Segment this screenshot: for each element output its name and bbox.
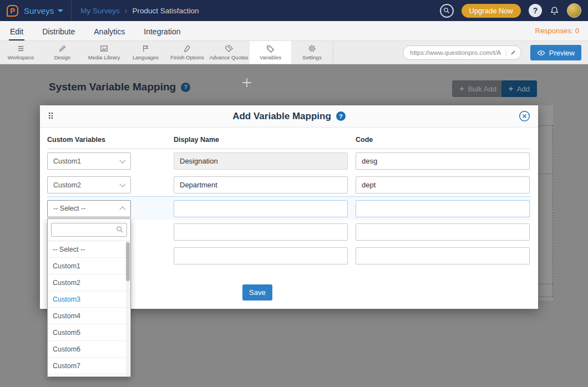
- display-name-input[interactable]: [174, 223, 348, 241]
- dropdown-option[interactable]: Custom4: [48, 308, 130, 324]
- toolbar-item-label: Media Library: [88, 54, 120, 60]
- dropdown-option-highlighted[interactable]: Custom3: [48, 291, 130, 308]
- save-button[interactable]: Save: [242, 284, 272, 301]
- dropdown-options: -- Select -- Custom1 Custom2 Custom3 Cus…: [48, 241, 130, 374]
- chevron-right-icon: ›: [125, 6, 128, 15]
- divider: [333, 41, 333, 64]
- variable-select[interactable]: Custom2: [47, 176, 131, 194]
- preview-label: Preview: [549, 49, 575, 57]
- dropdown-option[interactable]: Custom2: [48, 274, 130, 291]
- dropdown-scrollbar[interactable]: [126, 241, 130, 376]
- survey-url-input[interactable]: [410, 49, 503, 56]
- chevron-down-icon: [119, 181, 125, 187]
- selected-value: Custom1: [53, 157, 81, 165]
- toolbar-item-label: Languages: [133, 54, 159, 60]
- questionpro-logo: P: [7, 5, 18, 17]
- chevron-down-icon: [58, 9, 63, 12]
- toolbar-item-advance-quotas[interactable]: Advance Quotas: [208, 41, 250, 64]
- modal-title-wrap: Add Variable Mapping ?: [40, 111, 538, 122]
- dropdown-option[interactable]: Custom5: [48, 324, 130, 341]
- search-icon: [443, 7, 450, 14]
- code-input[interactable]: [356, 223, 530, 241]
- display-name-input[interactable]: [174, 247, 348, 264]
- mapping-row: Custom1: [47, 149, 531, 173]
- finish-options-icon: [183, 44, 191, 53]
- dropdown-option[interactable]: Custom1: [48, 258, 130, 274]
- responses-count: Responses: 0: [535, 27, 580, 40]
- tab-edit[interactable]: Edit: [9, 23, 24, 40]
- toolbar-item-label: Settings: [302, 54, 321, 60]
- settings-icon: [308, 44, 316, 53]
- surveys-product-menu[interactable]: Surveys: [24, 6, 71, 16]
- toolbar-item-languages[interactable]: Languages: [125, 41, 166, 64]
- upgrade-now-button[interactable]: Upgrade Now: [462, 4, 521, 18]
- display-name-input[interactable]: [174, 200, 348, 217]
- dropdown-option[interactable]: -- Select --: [48, 241, 130, 258]
- display-name-input[interactable]: [174, 152, 348, 170]
- chevron-down-icon: [119, 157, 125, 163]
- code-input[interactable]: [356, 247, 530, 264]
- notifications-button[interactable]: [550, 6, 559, 16]
- cursor-crosshair: [242, 78, 252, 88]
- drag-handle-icon[interactable]: ⠿: [48, 111, 54, 121]
- preview-button[interactable]: Preview: [530, 45, 581, 60]
- display-name-input[interactable]: [174, 176, 348, 194]
- mapping-row-active: -- Select --: [47, 196, 531, 220]
- variable-select[interactable]: Custom1: [47, 152, 131, 170]
- column-header-code: Code: [356, 136, 530, 144]
- breadcrumb-current-survey: Product Satisfaction: [132, 7, 199, 15]
- languages-icon: [141, 44, 150, 53]
- top-bar: P Surveys My Surveys › Product Satisfact…: [0, 0, 588, 21]
- modal-header: ⠿ Add Variable Mapping ?: [40, 105, 538, 128]
- toolbar-item-label: Finish Options: [170, 54, 204, 60]
- toolbar-item-media-library[interactable]: Media Library: [83, 41, 125, 64]
- toolbar-item-workspace[interactable]: Workspace: [0, 41, 42, 64]
- user-avatar[interactable]: [567, 3, 581, 18]
- tab-analytics[interactable]: Analytics: [93, 23, 126, 40]
- dropdown-option[interactable]: Custom6: [48, 341, 130, 358]
- main-content: System Variable Mapping ? + Bulk Add + A…: [0, 64, 588, 387]
- selected-value: Custom2: [53, 181, 81, 189]
- edit-toolbar: Workspace Design Media Library Languages…: [0, 41, 588, 64]
- toolbar-item-label: Workspace: [8, 54, 34, 60]
- selected-value: -- Select --: [53, 205, 85, 212]
- toolbar-item-label: Variables: [260, 54, 281, 60]
- tab-integration[interactable]: Integration: [143, 23, 181, 40]
- divider: [71, 0, 72, 21]
- variables-icon: [266, 44, 275, 53]
- code-input[interactable]: [356, 152, 530, 170]
- table-header: Custom Variables Display Name Code: [47, 128, 531, 149]
- search-button[interactable]: [440, 4, 454, 18]
- toolbar-item-finish-options[interactable]: Finish Options: [166, 41, 208, 64]
- question-mark-icon: ?: [533, 6, 538, 15]
- scrollbar-thumb[interactable]: [126, 242, 130, 281]
- survey-url-box: [403, 45, 521, 60]
- toolbar-item-variables[interactable]: Variables: [250, 41, 291, 64]
- bell-icon: [550, 6, 559, 16]
- modal-help-icon[interactable]: ?: [336, 111, 346, 121]
- product-menu-label: Surveys: [24, 6, 54, 16]
- breadcrumb-my-surveys[interactable]: My Surveys: [80, 7, 120, 15]
- close-icon: [519, 110, 530, 122]
- dropdown-search-wrap: [48, 219, 130, 241]
- variable-dropdown-panel: -- Select -- Custom1 Custom2 Custom3 Cus…: [47, 218, 131, 377]
- topbar-actions: Upgrade Now ?: [440, 3, 582, 18]
- media-library-icon: [100, 44, 108, 53]
- toolbar-item-label: Design: [54, 54, 71, 60]
- toolbar-item-design[interactable]: Design: [42, 41, 83, 64]
- help-button[interactable]: ?: [529, 4, 542, 17]
- search-icon: [116, 226, 124, 233]
- close-button[interactable]: [519, 110, 530, 122]
- design-icon: [58, 44, 67, 53]
- modal-title: Add Variable Mapping: [232, 111, 331, 122]
- code-input[interactable]: [356, 176, 530, 194]
- tab-distribute[interactable]: Distribute: [41, 23, 76, 40]
- toolbar-item-settings[interactable]: Settings: [291, 41, 333, 64]
- dropdown-option[interactable]: Custom7: [48, 358, 130, 374]
- code-input[interactable]: [356, 200, 530, 217]
- column-header-custom-variables: Custom Variables: [47, 136, 174, 144]
- variable-select-open[interactable]: -- Select --: [47, 200, 131, 217]
- edit-url-button[interactable]: [506, 49, 516, 56]
- mapping-row: Custom2: [47, 173, 531, 197]
- eye-icon: [537, 49, 545, 57]
